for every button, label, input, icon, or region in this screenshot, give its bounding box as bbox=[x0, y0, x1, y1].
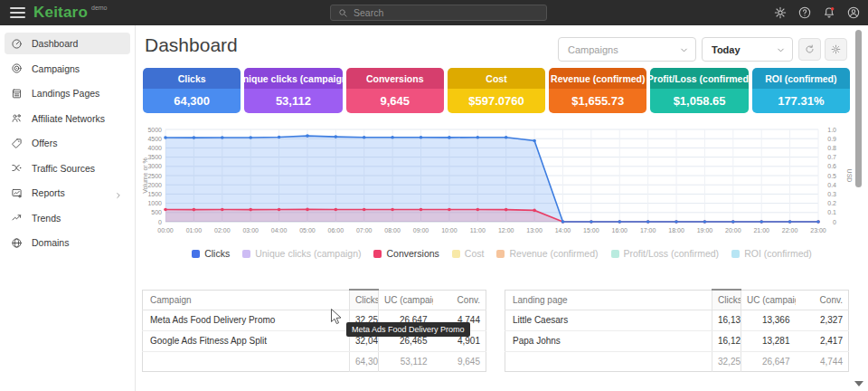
global-search[interactable] bbox=[330, 5, 547, 21]
cell: 16,130 bbox=[712, 310, 741, 330]
total-cell: 32,258 bbox=[712, 351, 741, 371]
scroll-down-arrow-icon[interactable] bbox=[854, 381, 863, 386]
column-header-clicks[interactable]: Clicks bbox=[712, 290, 741, 310]
svg-text:4500: 4500 bbox=[147, 136, 162, 142]
topbar: Keitaro demo bbox=[0, 0, 868, 25]
svg-text:13:00: 13:00 bbox=[526, 227, 542, 234]
stat-card-label: Unique clicks (campaign) bbox=[244, 68, 342, 89]
svg-text:0.4: 0.4 bbox=[827, 182, 836, 188]
stat-card-value: 53,112 bbox=[244, 89, 342, 113]
stat-card-label: Conversions bbox=[346, 68, 444, 89]
svg-text:02:00: 02:00 bbox=[214, 227, 231, 234]
menu-toggle-icon[interactable] bbox=[10, 7, 25, 18]
date-range-value: Today bbox=[712, 44, 741, 55]
stat-card-conversions[interactable]: Conversions9,645 bbox=[346, 68, 444, 113]
svg-text:18:00: 18:00 bbox=[668, 227, 684, 234]
legend-item-roi-confirmed[interactable]: ROI (confirmed) bbox=[731, 248, 812, 259]
column-header-conv[interactable]: Conv. bbox=[796, 290, 849, 310]
svg-text:USD: USD bbox=[846, 169, 853, 183]
sidebar-item-trends[interactable]: Trends bbox=[5, 207, 130, 229]
stat-cards-row: Clicks64,300Unique clicks (campaign)53,1… bbox=[143, 68, 850, 113]
total-cell: 9,645 bbox=[433, 351, 486, 371]
settings-icon[interactable] bbox=[773, 5, 788, 20]
column-header-clicks[interactable]: Clicks bbox=[350, 290, 379, 310]
trends-icon bbox=[11, 212, 23, 224]
legend-swatch bbox=[731, 250, 740, 258]
legend-item-clicks[interactable]: Clicks bbox=[192, 248, 230, 259]
table-row[interactable]: Little Caesars16,13013,3662,327 bbox=[505, 310, 849, 330]
sidebar-item-landings-pages[interactable]: Landings Pages bbox=[5, 82, 130, 104]
svg-text:05:00: 05:00 bbox=[299, 227, 316, 234]
stat-card-value: 9,645 bbox=[346, 89, 444, 113]
svg-text:22:00: 22:00 bbox=[782, 227, 798, 234]
column-header-uc-campaign[interactable]: UC (campaign) bbox=[379, 290, 433, 310]
stat-card-unique-clicks-campaign[interactable]: Unique clicks (campaign)53,112 bbox=[244, 68, 342, 113]
stat-card-clicks[interactable]: Clicks64,300 bbox=[143, 68, 241, 113]
user-avatar-icon[interactable] bbox=[846, 5, 861, 20]
svg-text:16:00: 16:00 bbox=[611, 227, 627, 234]
column-header-uc-campaign[interactable]: UC (campaign) bbox=[741, 290, 796, 310]
sidebar-item-traffic-sources[interactable]: Traffic Sources bbox=[5, 157, 130, 179]
sidebar-item-offers[interactable]: Offers bbox=[5, 132, 130, 154]
svg-text:08:00: 08:00 bbox=[384, 227, 401, 234]
sidebar-item-domains[interactable]: Domains bbox=[5, 232, 130, 253]
legend-swatch bbox=[373, 250, 382, 258]
scrollbar-thumb[interactable] bbox=[855, 30, 862, 187]
stat-card-cost[interactable]: Cost$597.0760 bbox=[448, 68, 545, 113]
stat-card-label: Clicks bbox=[143, 68, 241, 89]
column-header-conv[interactable]: Conv. bbox=[433, 290, 486, 310]
stat-card-revenue-confirmed[interactable]: Revenue (confirmed)$1,655.73 bbox=[549, 68, 646, 113]
chevron-down-icon bbox=[679, 45, 689, 55]
legend-label: Revenue (confirmed) bbox=[509, 248, 598, 259]
stat-card-value: 64,300 bbox=[143, 89, 241, 113]
legend-item-profit-loss-confirmed[interactable]: Profit/Loss (confirmed) bbox=[611, 248, 720, 259]
svg-text:17:00: 17:00 bbox=[640, 227, 656, 234]
sidebar-item-affiliate-networks[interactable]: Affiliate Networks bbox=[5, 108, 130, 129]
sidebar-item-campaigns[interactable]: Campaigns bbox=[5, 58, 130, 80]
legend-item-conversions[interactable]: Conversions bbox=[373, 248, 439, 259]
main-content: Dashboard Campaigns Today Clicks64,300Un… bbox=[136, 25, 868, 391]
legend-item-cost[interactable]: Cost bbox=[452, 248, 485, 259]
column-header-landing-page[interactable]: Landing page bbox=[505, 290, 712, 310]
refresh-button[interactable] bbox=[798, 38, 821, 61]
legend-label: Cost bbox=[465, 248, 485, 259]
svg-text:0.8: 0.8 bbox=[827, 145, 836, 151]
help-icon[interactable] bbox=[797, 5, 812, 20]
campaigns-icon bbox=[11, 62, 23, 74]
sidebar-item-label: Affiliate Networks bbox=[32, 113, 105, 124]
svg-text:3000: 3000 bbox=[147, 163, 162, 169]
sidebar-item-dashboard[interactable]: Dashboard bbox=[5, 33, 130, 54]
stat-card-value: 177.31% bbox=[752, 89, 850, 113]
stat-card-roi-confirmed[interactable]: ROI (confirmed)177.31% bbox=[752, 68, 850, 113]
svg-text:0.9: 0.9 bbox=[827, 136, 836, 142]
sidebar-item-reports[interactable]: Reports bbox=[5, 182, 130, 204]
svg-text:Volume or %: Volume or % bbox=[142, 157, 148, 194]
legend-item-unique-clicks-campaign[interactable]: Unique clicks (campaign) bbox=[242, 248, 361, 259]
svg-text:5000: 5000 bbox=[147, 127, 162, 133]
dashboard-settings-button[interactable] bbox=[825, 38, 847, 61]
svg-text:07:00: 07:00 bbox=[356, 227, 373, 234]
svg-text:00:00: 00:00 bbox=[157, 227, 174, 234]
sidebar-item-label: Trends bbox=[32, 213, 61, 224]
legend-swatch bbox=[611, 250, 619, 258]
date-range-select[interactable]: Today bbox=[702, 37, 793, 62]
traffic-chart[interactable]: 005000.110000.215000.320000.425000.53000… bbox=[140, 122, 859, 240]
search-input[interactable] bbox=[354, 7, 525, 18]
svg-text:04:00: 04:00 bbox=[271, 227, 288, 234]
table-row[interactable]: Papa Johns16,12813,2812,417 bbox=[505, 330, 849, 351]
column-header-campaign[interactable]: Campaign bbox=[143, 290, 350, 310]
app-logo[interactable]: Keitaro bbox=[33, 4, 88, 22]
campaigns-filter-select[interactable]: Campaigns bbox=[558, 37, 696, 62]
svg-text:1.0: 1.0 bbox=[827, 127, 836, 133]
total-cell: 4,744 bbox=[796, 351, 849, 371]
legend-label: Conversions bbox=[386, 248, 439, 259]
legend-item-revenue-confirmed[interactable]: Revenue (confirmed) bbox=[496, 248, 598, 259]
notifications-bell-icon[interactable] bbox=[822, 5, 836, 20]
gear-icon bbox=[830, 43, 842, 55]
svg-text:0.7: 0.7 bbox=[827, 154, 836, 160]
svg-text:0.6: 0.6 bbox=[827, 163, 836, 169]
svg-text:2500: 2500 bbox=[147, 173, 162, 179]
stat-card-profit-loss-confirmed[interactable]: Profit/Loss (confirmed)$1,058.65 bbox=[650, 68, 748, 113]
cell: Papa Johns bbox=[505, 330, 712, 351]
svg-text:3500: 3500 bbox=[147, 154, 162, 160]
